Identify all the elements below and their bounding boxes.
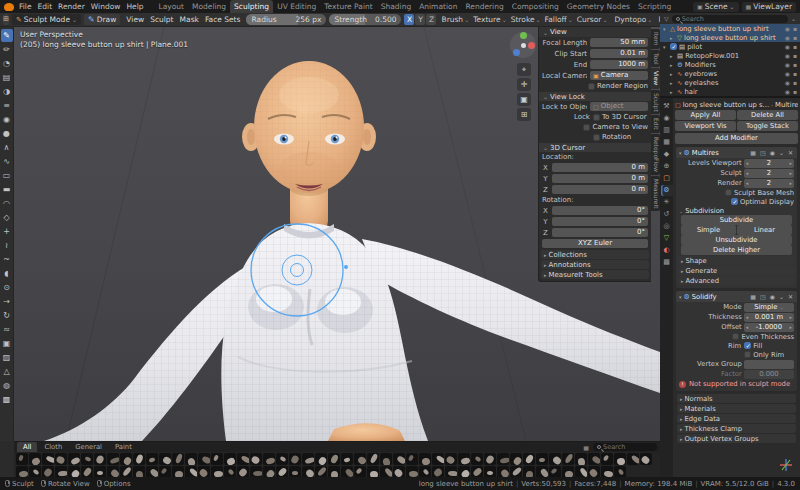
tool-snake-hook[interactable]: ~	[1, 253, 13, 266]
brush-thumbnail[interactable]	[406, 453, 418, 465]
render-region-checkbox[interactable]	[588, 83, 595, 90]
brush-thumbnail[interactable]	[549, 453, 561, 465]
render-tab[interactable]: ◉	[661, 113, 673, 124]
world-tab[interactable]: ⊕	[661, 161, 673, 172]
symmetry-y-button[interactable]: Y	[415, 14, 425, 25]
popover-stroke[interactable]: Stroke	[509, 15, 543, 24]
menu-window[interactable]: Window	[88, 0, 124, 13]
realtime-toggle-icon[interactable]: ◳	[759, 149, 767, 156]
expand-icon[interactable]: ▸	[670, 71, 675, 77]
cursor-rotation-y-field[interactable]: 0°	[552, 217, 648, 226]
menu-help[interactable]: Help	[123, 0, 146, 13]
tool-slide-relax[interactable]: ≈	[1, 323, 13, 336]
expand-icon[interactable]: ▸	[670, 35, 675, 41]
expand-icon[interactable]: ▾	[679, 150, 682, 156]
render-toggle-icon[interactable]: ◉	[769, 149, 776, 156]
solidify-header[interactable]: ▾ ⚙ Solidify ▦ ◳ ◉ ⌄ ✕	[676, 291, 797, 302]
tool-clay-thumb[interactable]: ◑	[1, 85, 13, 98]
hide-viewport-icon[interactable]: ◉	[785, 79, 790, 86]
delete-all-button[interactable]: Delete All	[737, 110, 798, 120]
disable-render-icon[interactable]: ▪	[793, 79, 797, 86]
brush-thumbnail[interactable]	[341, 453, 353, 465]
factor-slider[interactable]: 0.000	[744, 370, 794, 379]
brush-thumbnail[interactable]	[536, 453, 548, 465]
brush-thumbnail[interactable]	[458, 453, 470, 465]
npanel-tab-item[interactable]: Item	[651, 29, 660, 49]
brush-thumbnail[interactable]	[588, 453, 600, 465]
cursor-rotation-z-field[interactable]: 0°	[552, 228, 648, 237]
brush-thumbnail[interactable]	[640, 453, 652, 465]
tool-elastic-deform[interactable]: ≀	[1, 239, 13, 252]
brush-thumbnail[interactable]	[445, 453, 457, 465]
tool-inflate[interactable]: ◉	[1, 113, 13, 126]
brush-thumbnail[interactable]	[601, 453, 613, 465]
brush-thumbnail[interactable]	[198, 453, 210, 465]
expand-icon[interactable]: ▸	[670, 53, 675, 59]
disable-render-icon[interactable]: ▪	[793, 52, 797, 59]
brush-thumbnail[interactable]	[315, 453, 327, 465]
brush-thumbnail[interactable]	[380, 453, 392, 465]
tool-tab[interactable]: ⚒	[661, 101, 673, 112]
tool-pinch[interactable]: ◇	[1, 211, 13, 224]
active-brush-button[interactable]: ✎ Draw	[84, 14, 120, 25]
tool-pose[interactable]: ⊙	[1, 281, 13, 294]
blender-logo-icon[interactable]	[4, 3, 14, 11]
npanel-tab-sculpt[interactable]: Sculpt	[651, 90, 660, 115]
disable-render-icon[interactable]: ▪	[793, 43, 797, 50]
cursor-location-y-field[interactable]: 0 m	[552, 174, 648, 183]
npanel-section-collections[interactable]: Collections	[541, 250, 649, 259]
workspace-tab-layout[interactable]: Layout	[154, 0, 188, 13]
workspace-tab-scripting[interactable]: Scripting	[634, 0, 675, 13]
extras-menu-icon[interactable]: ⌄	[778, 149, 785, 156]
solidify-mode-dropdown[interactable]: Simple	[744, 303, 794, 312]
view-layer-tab[interactable]: ▦	[661, 137, 673, 148]
solidify-section-normals[interactable]: Normals	[677, 394, 796, 403]
unsubdivide-button[interactable]: Unsubdivide	[681, 235, 792, 245]
zoom-icon[interactable]: ⌖	[517, 63, 531, 76]
axis-y-handle[interactable]	[520, 32, 527, 39]
levels-viewport-field[interactable]: 2	[744, 159, 794, 168]
multires-section-generate[interactable]: Generate	[678, 266, 795, 275]
hide-viewport-icon[interactable]: ◉	[785, 70, 790, 77]
workspace-tab-sculpting[interactable]: Sculpting	[230, 0, 273, 13]
realtime-toggle-icon[interactable]: ◳	[759, 293, 767, 300]
disable-render-icon[interactable]: ▪	[793, 34, 797, 41]
popover-dyntopo[interactable]: Dyntopo	[612, 15, 654, 24]
camera-to-view-checkbox[interactable]	[583, 124, 590, 131]
even-thickness-checkbox[interactable]	[732, 333, 739, 340]
viewport-menu-mask[interactable]: Mask	[177, 15, 202, 24]
cursor-rotation-x-field[interactable]: 0°	[552, 206, 648, 215]
only-rim-checkbox[interactable]	[744, 351, 751, 358]
outliner-row-eyelashes[interactable]: ▸∿eyelashes◉▪	[660, 78, 800, 87]
popover-texture[interactable]: Texture	[471, 15, 509, 24]
menu-render[interactable]: Render	[55, 0, 88, 13]
outliner-row-modifiers[interactable]: ▸⚙Modifiers◉▪	[660, 60, 800, 69]
clip-end-field[interactable]: 1000 m	[590, 60, 648, 69]
brush-thumbnail[interactable]	[68, 453, 80, 465]
viewport-vis-button[interactable]: Viewport Vis	[675, 121, 736, 131]
thickness-field[interactable]: 0.001 m	[744, 313, 794, 322]
edit-mode-toggle-icon[interactable]: ▦	[749, 149, 757, 156]
outliner-filter-icon[interactable]: ▽	[663, 15, 670, 22]
render-levels-field[interactable]: 2	[744, 179, 794, 188]
hide-viewport-icon[interactable]: ◉	[785, 61, 790, 68]
tool-cloth[interactable]: ▨	[1, 351, 13, 364]
brush-thumbnail[interactable]	[237, 453, 249, 465]
tool-smooth[interactable]: ∿	[1, 155, 13, 168]
brush-thumbnail[interactable]	[497, 453, 509, 465]
menu-edit[interactable]: Edit	[35, 0, 56, 13]
tool-thumb[interactable]: ◖	[1, 267, 13, 280]
tool-draw-sharp[interactable]: ✏	[1, 43, 13, 56]
breadcrumb-object[interactable]: long sleeve button up s...	[683, 101, 769, 109]
mode-dropdown[interactable]: ✎ Sculpt Mode	[12, 14, 81, 25]
workspace-tab-shading[interactable]: Shading	[377, 0, 415, 13]
workspace-tab-animation[interactable]: Animation	[415, 0, 461, 13]
shelf-tab-all[interactable]: All	[17, 442, 37, 452]
editor-type-icon[interactable]: ⊞	[3, 14, 9, 25]
euler-order-dropdown[interactable]: XYZ Euler	[542, 239, 648, 248]
optimal-display-checkbox[interactable]	[731, 198, 738, 205]
workspace-tab-compositing[interactable]: Compositing	[508, 0, 563, 13]
local-camera-field[interactable]: ▣ Camera	[590, 71, 648, 80]
expand-icon[interactable]: ▸	[670, 89, 675, 95]
expand-icon[interactable]: ▾	[679, 294, 682, 300]
